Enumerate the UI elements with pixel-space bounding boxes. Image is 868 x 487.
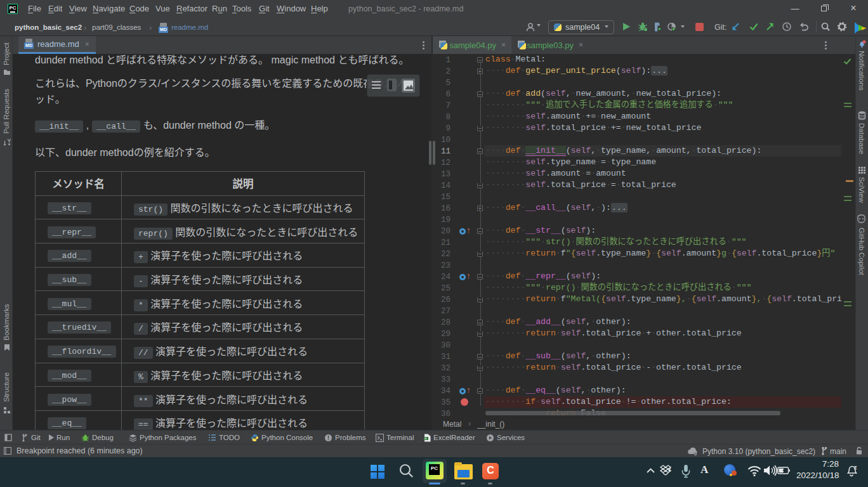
svg-text:z: z [854,464,857,471]
svg-text:z: z [668,466,671,472]
